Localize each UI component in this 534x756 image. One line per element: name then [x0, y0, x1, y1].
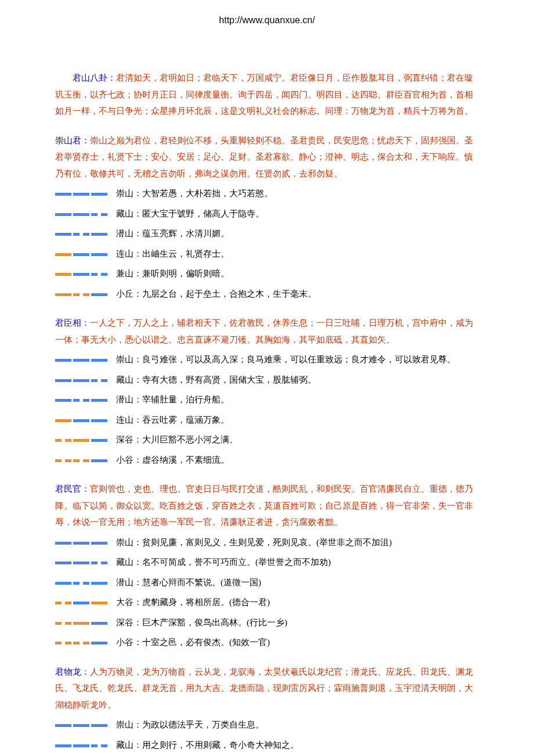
hexagram-icon — [55, 182, 116, 202]
list-item: 潜山：蕴玉亮辉，水清川媚。 — [55, 222, 479, 242]
list-item-text: 藏山：匿大宝于號野，储高人于隐寺。 — [116, 206, 479, 222]
section-title: 君山八卦： — [73, 73, 116, 82]
list-item-text: 大谷：虎豹藏身，将相所居。(德合一君) — [116, 594, 479, 611]
hexagram-icon — [55, 368, 116, 388]
section-intro: 君山八卦：君清如天，君明如日；君临天下，万国咸宁。君臣像日月，臣作股肱耳目，弼直… — [55, 70, 479, 120]
list-item: 藏山：匿大宝于號野，储高人于隐寺。 — [55, 202, 479, 222]
list-item-text: 潜山：宰辅肚量，泊行舟船。 — [116, 391, 479, 408]
hexagram-icon — [55, 571, 116, 591]
hexagram-icon — [55, 753, 116, 756]
hexagram-icon — [55, 348, 116, 368]
list-item: 潜山：风不迷眼，雷不掩耳，天不转向。 — [55, 753, 479, 756]
list-item-text: 小谷：虚谷纳溪，不素细流。 — [116, 452, 479, 469]
list-item-text: 深谷：巨木产深豁，俊鸟出高林。(行比一乡) — [116, 614, 479, 631]
section: 君臣相：一人之下，万人之上，辅君相天下，佐君教民，休养生息；一日三吐哺，日理万机… — [55, 315, 479, 468]
list-item: 藏山：寺有大德，野有高贤，国储大宝，股肱辅弼。 — [55, 368, 479, 388]
section-body: 君清如天，君明如日；君临天下，万国咸宁。君臣像日月，臣作股肱耳目，弼直纠错；君在… — [55, 73, 473, 116]
list-item: 大谷：虎豹藏身，将相所居。(德合一君) — [55, 591, 479, 611]
list-item-text: 连山：出岫生云，礼贤存士。 — [116, 246, 479, 262]
hexagram-icon — [55, 262, 116, 282]
list-item-text: 连山：吞云吐雾，蕴涵万象。 — [116, 412, 479, 429]
section-title: 君臣相： — [55, 318, 90, 327]
list-item-text: 小谷：十室之邑，必有俊杰。(知效一官) — [116, 634, 479, 651]
hexagram-icon — [55, 448, 116, 469]
list-item-text: 崇山：大智若愚，大朴若拙，大巧若憨。 — [116, 185, 479, 202]
hexagram-icon — [55, 531, 116, 551]
list-item-text: 藏山：名不可简成，誉不可巧而立。(举世誉之而不加劝) — [116, 554, 479, 571]
section-title: 崇山君： — [55, 136, 90, 145]
section-title: 君民官： — [55, 484, 90, 494]
section-body: 人为万物灵，龙为万物首，云从龙，龙驭海，太昊伏羲氏以龙纪官；潜龙氏、应龙氏、田龙… — [55, 667, 473, 710]
hexagram-icon — [55, 282, 116, 303]
section-intro: 君物龙：人为万物灵，龙为万物首，云从龙，龙驭海，太昊伏羲氏以龙纪官；潜龙氏、应龙… — [55, 664, 479, 714]
list-item-text: 藏山：用之则行，不用则藏，奇小奇大神知之。 — [116, 737, 479, 754]
section: 崇山君：崇山之巅为君位，君轻则位不移，头重脚轻则不稳。圣君贵民，民安思危；忧虑天… — [55, 132, 479, 303]
list-item: 崇山：贫则见廉，富则见义，生则见爱，死则见哀。(举世非之而不加沮) — [55, 531, 479, 551]
hexagram-icon — [55, 408, 116, 429]
hexagram-icon — [55, 591, 116, 611]
list-item: 深谷：巨木产深豁，俊鸟出高林。(行比一乡) — [55, 611, 479, 631]
hexagram-icon — [55, 222, 116, 242]
hexagram-icon — [55, 713, 116, 733]
section: 君山八卦：君清如天，君明如日；君临天下，万国咸宁。君臣像日月，臣作股肱耳目，弼直… — [55, 70, 479, 120]
list-item: 藏山：名不可简成，誉不可巧而立。(举世誉之而不加劝) — [55, 550, 479, 571]
list-item: 潜山：宰辅肚量，泊行舟船。 — [55, 388, 479, 408]
list-item: 崇山：良弓难张，可以及高入深；良马难乘，可以任重致远；良才难令，可以致君见尊。 — [55, 348, 479, 368]
list-item-text: 潜山：蕴玉亮辉，水清川媚。 — [116, 225, 479, 242]
hexagram-icon — [55, 550, 116, 571]
document-body: 君山八卦：君清如天，君明如日；君临天下，万国咸宁。君臣像日月，臣作股肱耳目，弼直… — [55, 70, 479, 756]
section-body: 崇山之巅为君位，君轻则位不移，头重脚轻则不稳。圣君贵民，民安思危；忧虑天下，固邦… — [55, 136, 473, 178]
section-intro: 君臣相：一人之下，万人之上，辅君相天下，佐君教民，休养生息；一日三吐哺，日理万机… — [55, 315, 479, 348]
section-intro: 君民官：官则管也，吏也、理也。官吏日日与民打交道，酷则民乱，和则民安。百官清廉民… — [55, 481, 479, 531]
list-item: 深谷：大川巨豁不恶小河之满。 — [55, 428, 479, 448]
section-body: 官则管也，吏也、理也。官吏日日与民打交道，酷则民乱，和则民安。百官清廉民自立。重… — [55, 484, 473, 527]
list-item: 小丘：九层之台，起于垒土，合抱之木，生于毫末。 — [55, 282, 479, 303]
section-intro: 崇山君：崇山之巅为君位，君轻则位不移，头重脚轻则不稳。圣君贵民，民安思危；忧虑天… — [55, 132, 479, 182]
list-item-text: 小丘：九层之台，起于垒土，合抱之木，生于毫末。 — [116, 286, 479, 303]
section-body: 一人之下，万人之上，辅君相天下，佐君教民，休养生息；一日三吐哺，日理万机，宫中府… — [55, 318, 473, 344]
section-title: 君物龙： — [55, 667, 90, 676]
list-item-text: 崇山：为政以德法乎天，万类自生息。 — [116, 717, 479, 733]
section: 君物龙：人为万物灵，龙为万物首，云从龙，龙驭海，太昊伏羲氏以龙纪官；潜龙氏、应龙… — [55, 664, 479, 756]
hexagram-icon — [55, 611, 116, 631]
list-item: 崇山：大智若愚，大朴若拙，大巧若憨。 — [55, 182, 479, 202]
list-item: 小谷：十室之邑，必有俊杰。(知效一官) — [55, 631, 479, 651]
list-item: 连山：出岫生云，礼贤存士。 — [55, 242, 479, 262]
hexagram-icon — [55, 428, 116, 448]
header-url: http://www.quanxue.cn/ — [55, 12, 479, 29]
list-item: 藏山：用之则行，不用则藏，奇小奇大神知之。 — [55, 733, 479, 754]
list-item: 兼山：兼听则明，偏听则暗。 — [55, 262, 479, 282]
list-item-text: 崇山：贫则见廉，富则见义，生则见爱，死则见哀。(举世非之而不加沮) — [116, 534, 479, 551]
hexagram-icon — [55, 733, 116, 754]
section: 君民官：官则管也，吏也、理也。官吏日日与民打交道，酷则民乱，和则民安。百官清廉民… — [55, 481, 479, 651]
list-item-text: 深谷：大川巨豁不恶小河之满。 — [116, 431, 479, 448]
hexagram-icon — [55, 202, 116, 222]
hexagram-icon — [55, 242, 116, 262]
list-item-text: 藏山：寺有大德，野有高贤，国储大宝，股肱辅弼。 — [116, 372, 479, 388]
hexagram-icon — [55, 388, 116, 408]
list-item: 小谷：虚谷纳溪，不素细流。 — [55, 448, 479, 469]
document-page: http://www.quanxue.cn/ 君山八卦：君清如天，君明如日；君临… — [0, 0, 534, 756]
list-item: 崇山：为政以德法乎天，万类自生息。 — [55, 713, 479, 733]
list-item: 连山：吞云吐雾，蕴涵万象。 — [55, 408, 479, 429]
list-item-text: 潜山：慧者心辩而不繁说。(道徵一国) — [116, 574, 479, 591]
list-item: 潜山：慧者心辩而不繁说。(道徵一国) — [55, 571, 479, 591]
list-item-text: 崇山：良弓难张，可以及高入深；良马难乘，可以任重致远；良才难令，可以致君见尊。 — [116, 351, 479, 368]
list-item-text: 兼山：兼听则明，偏听则暗。 — [116, 265, 479, 282]
hexagram-icon — [55, 631, 116, 651]
